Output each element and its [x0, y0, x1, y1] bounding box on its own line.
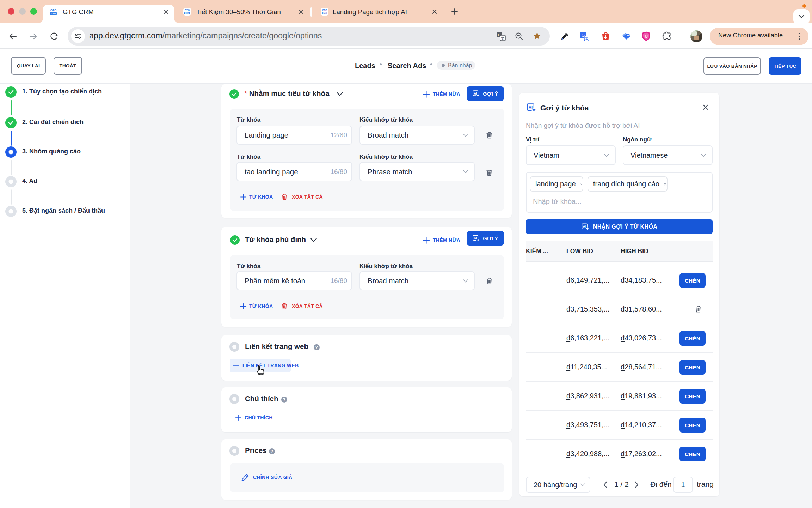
- svg-text:AI: AI: [529, 105, 533, 109]
- svg-text:文: 文: [585, 37, 588, 40]
- svg-text:U: U: [645, 34, 648, 39]
- svg-text:文: 文: [501, 36, 505, 40]
